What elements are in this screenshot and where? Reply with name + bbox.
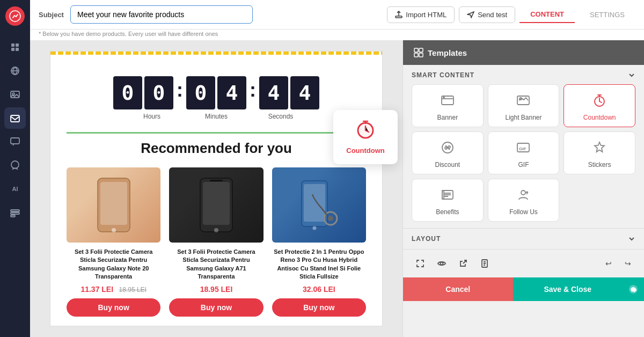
product-image-1 — [67, 167, 160, 243]
minutes-digit-1: 0 — [186, 76, 215, 109]
svg-rect-3 — [11, 48, 14, 51]
follow-us-label: Follow Us — [509, 208, 538, 216]
product-price-row-2: 18.95 LEI — [169, 284, 263, 294]
svg-point-20 — [214, 228, 218, 232]
svg-rect-1 — [11, 43, 14, 47]
expand-icon — [628, 71, 635, 79]
svg-rect-11 — [11, 210, 19, 211]
right-panel: Countdown Templates SMART CONTENT — [402, 40, 644, 337]
svg-point-17 — [112, 228, 116, 232]
expand-icon — [416, 259, 425, 268]
product-price-2: 18.95 LEI — [200, 285, 233, 294]
save-close-button[interactable]: Save & Close — [513, 277, 623, 301]
doc-toolbar-btn[interactable] — [476, 255, 493, 272]
svg-rect-29 — [414, 48, 418, 52]
svg-point-43 — [521, 191, 525, 195]
subtitle-text: * Below you have demo products. Every us… — [30, 30, 644, 40]
nav-layout-icon[interactable] — [4, 60, 26, 82]
smart-content-title[interactable]: SMART CONTENT — [412, 71, 635, 79]
stickers-label: Stickers — [588, 161, 611, 169]
svg-text:GIF: GIF — [519, 146, 526, 151]
seconds-label: Seconds — [248, 113, 313, 120]
eye-icon — [437, 259, 446, 268]
green-divider — [67, 132, 366, 134]
import-html-button[interactable]: Import HTML — [387, 6, 455, 23]
redo-button[interactable]: ↪ — [620, 256, 635, 271]
phone-image-3 — [297, 175, 340, 235]
product-image-3 — [272, 167, 366, 243]
buy-button-2[interactable]: Buy now — [169, 298, 263, 317]
countdown-popup[interactable]: Countdown — [333, 110, 398, 164]
nav-comment-icon[interactable] — [4, 155, 26, 176]
buy-button-3[interactable]: Buy now — [272, 298, 366, 317]
cancel-button[interactable]: Cancel — [403, 277, 513, 301]
products-grid: Set 3 Folii Protectie Camera Sticla Secu… — [67, 167, 366, 317]
bottom-toolbar: ↩ ↪ — [403, 249, 644, 277]
topbar-actions: Import HTML Send test CONTENT SETTINGS — [387, 6, 635, 23]
benefits-icon — [441, 188, 455, 205]
svg-rect-12 — [11, 213, 19, 214]
main-area: Subject Import HTML Send test CONTENT SE… — [30, 0, 644, 337]
countdown-labels: Hours Minutes Seconds — [67, 113, 366, 120]
subject-label: Subject — [39, 11, 64, 19]
svg-rect-30 — [419, 48, 423, 52]
nav-chat-icon[interactable] — [4, 131, 26, 152]
send-icon — [467, 11, 474, 18]
send-test-button[interactable]: Send test — [459, 6, 515, 23]
svg-rect-42 — [442, 191, 444, 199]
sidebar: AI — [0, 0, 30, 337]
svg-rect-31 — [414, 53, 418, 57]
content-item-gif[interactable]: GIF GIF — [488, 131, 560, 174]
content-item-stickers[interactable]: Stickers — [564, 131, 635, 174]
content-item-follow-us[interactable]: Follow Us — [488, 179, 560, 222]
smart-content-section: SMART CONTENT Banner — [403, 65, 644, 228]
content-item-discount[interactable]: Discount — [412, 131, 484, 174]
countdown-icon — [592, 93, 606, 111]
undo-button[interactable]: ↩ — [601, 256, 616, 271]
nav-grid-icon[interactable] — [4, 202, 26, 223]
nav-ai-icon[interactable]: AI — [4, 178, 26, 200]
subject-input[interactable] — [70, 5, 253, 24]
banner-label: Banner — [437, 114, 458, 121]
svg-rect-19 — [203, 182, 230, 225]
nav-home-icon[interactable] — [4, 36, 26, 58]
svg-point-44 — [441, 262, 443, 265]
content-item-countdown[interactable]: Countdown — [564, 84, 635, 127]
svg-point-34 — [443, 97, 444, 98]
nav-email-icon[interactable] — [4, 107, 26, 129]
light-banner-label: Light Banner — [505, 114, 541, 121]
logo[interactable] — [5, 6, 25, 26]
discount-label: Discount — [435, 161, 460, 169]
buy-button-1[interactable]: Buy now — [67, 298, 160, 317]
email-canvas: 0 0 : 0 4 : 4 4 Hours Minutes Seco — [50, 51, 383, 326]
topbar: Subject Import HTML Send test CONTENT SE… — [30, 0, 644, 30]
templates-header: Templates — [403, 40, 644, 65]
product-card-1: Set 3 Folii Protectie Camera Sticla Secu… — [67, 167, 160, 317]
nav-image-icon[interactable] — [4, 84, 26, 105]
content-item-benefits[interactable]: Benefits — [412, 179, 484, 222]
stickers-icon — [592, 141, 606, 158]
logo-icon — [9, 10, 21, 22]
tab-content-button[interactable]: CONTENT — [519, 6, 575, 23]
smart-content-grid: Banner Light Banner — [412, 84, 635, 222]
countdown-label: Countdown — [583, 114, 616, 121]
tab-settings-button[interactable]: SETTINGS — [579, 7, 635, 23]
content-item-light-banner[interactable]: Light Banner — [488, 84, 560, 127]
svg-rect-21 — [210, 180, 223, 181]
phone-image-1 — [92, 175, 135, 235]
gif-icon: GIF — [516, 141, 530, 158]
product-name-2: Set 3 Folii Protectie Camera Sticla Secu… — [169, 248, 263, 281]
svg-rect-32 — [419, 53, 423, 57]
svg-rect-23 — [304, 184, 325, 222]
expand-toolbar-btn[interactable] — [412, 255, 429, 272]
product-image-2 — [169, 167, 263, 243]
email-preview[interactable]: 0 0 : 0 4 : 4 4 Hours Minutes Seco — [30, 40, 402, 337]
chat-button[interactable] — [623, 277, 644, 301]
external-toolbar-btn[interactable] — [455, 255, 472, 272]
svg-point-24 — [313, 226, 317, 230]
product-card-2: Set 3 Folii Protectie Camera Sticla Secu… — [169, 167, 263, 317]
eye-toolbar-btn[interactable] — [433, 255, 450, 272]
layout-title[interactable]: LAYOUT — [412, 235, 635, 243]
content-item-banner[interactable]: Banner — [412, 84, 484, 127]
banner-icon — [441, 93, 455, 111]
